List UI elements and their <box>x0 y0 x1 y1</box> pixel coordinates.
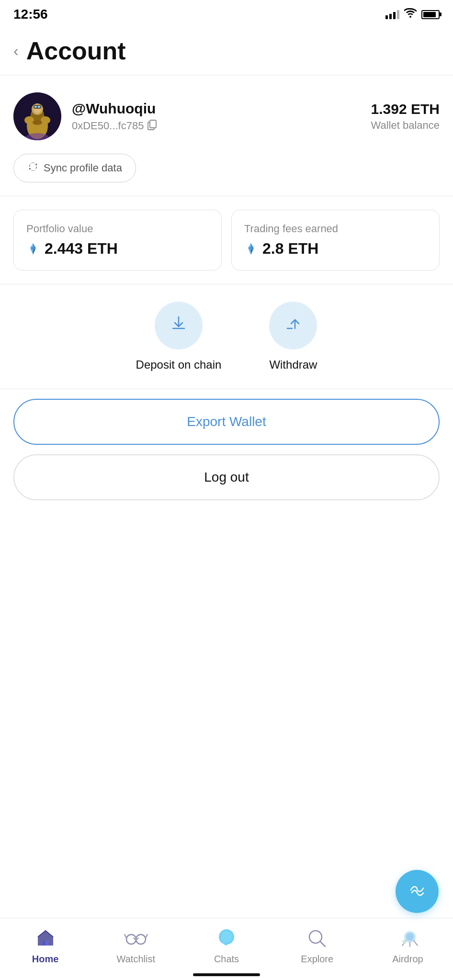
trading-fees-value: 2.8 ETH <box>262 240 318 258</box>
stats-section: Portfolio value 2.443 ETH Trading fees e… <box>0 196 453 284</box>
deposit-icon <box>169 314 188 338</box>
home-icon <box>33 926 58 951</box>
svg-rect-13 <box>150 120 156 128</box>
svg-rect-6 <box>34 106 37 108</box>
nav-label-watchlist: Watchlist <box>117 954 155 965</box>
svg-point-9 <box>41 116 50 124</box>
status-icons <box>385 8 440 21</box>
sync-profile-button[interactable]: Sync profile data <box>13 154 136 182</box>
withdraw-action[interactable]: Withdraw <box>269 302 317 372</box>
profile-info: @Wuhuoqiu 0xDE50...fc785 <box>72 101 158 133</box>
copy-icon[interactable] <box>147 120 158 133</box>
profile-row: @Wuhuoqiu 0xDE50...fc785 1.392 ETH Walle… <box>13 92 440 140</box>
deposit-circle <box>155 302 203 349</box>
svg-point-30 <box>406 933 414 941</box>
wallet-address-row: 0xDE50...fc785 <box>72 120 158 133</box>
nav-item-home[interactable]: Home <box>0 926 91 965</box>
nav-item-chats[interactable]: Chats <box>181 926 272 965</box>
nav-item-watchlist[interactable]: Watchlist <box>91 926 181 965</box>
wallet-address: 0xDE50...fc785 <box>72 120 144 132</box>
export-wallet-button[interactable]: Export Wallet <box>13 399 440 445</box>
nav-label-home: Home <box>32 954 59 965</box>
signal-icon <box>385 10 399 19</box>
portfolio-value-card: Portfolio value 2.443 ETH <box>13 210 222 270</box>
portfolio-value: 2.443 ETH <box>45 240 118 258</box>
back-button[interactable]: ‹ <box>13 43 19 58</box>
battery-icon <box>421 10 440 19</box>
withdraw-circle <box>269 302 317 349</box>
sync-label: Sync profile data <box>44 162 122 174</box>
logout-button[interactable]: Log out <box>13 454 440 500</box>
trading-fees-card: Trading fees earned 2.8 ETH <box>231 210 440 270</box>
portfolio-value-row: 2.443 ETH <box>26 240 209 258</box>
bottom-indicator <box>193 973 260 976</box>
withdraw-icon <box>283 314 303 338</box>
fab-logo-icon <box>405 879 429 903</box>
eth-diamond-icon <box>26 242 40 256</box>
actions-section: Deposit on chain Withdraw <box>0 284 453 389</box>
fab-button[interactable] <box>396 870 439 913</box>
username: @Wuhuoqiu <box>72 101 158 117</box>
wallet-balance-label: Wallet balance <box>371 119 440 132</box>
svg-point-22 <box>405 879 429 903</box>
nav-label-chats: Chats <box>214 954 239 965</box>
wallet-balance: 1.392 ETH Wallet balance <box>371 101 440 132</box>
chats-icon <box>214 926 239 951</box>
status-time: 12:56 <box>13 7 48 22</box>
svg-point-28 <box>309 931 322 943</box>
svg-rect-23 <box>43 941 48 946</box>
deposit-action[interactable]: Deposit on chain <box>136 302 222 372</box>
stats-row: Portfolio value 2.443 ETH Trading fees e… <box>13 210 440 270</box>
buttons-section: Export Wallet Log out <box>0 389 453 510</box>
nav-label-explore: Explore <box>301 954 333 965</box>
svg-point-10 <box>33 120 42 125</box>
header: ‹ Account <box>0 27 453 75</box>
wallet-balance-amount: 1.392 ETH <box>371 101 440 117</box>
deposit-label: Deposit on chain <box>136 358 222 372</box>
profile-section: @Wuhuoqiu 0xDE50...fc785 1.392 ETH Walle… <box>0 75 453 196</box>
airdrop-icon <box>395 926 420 951</box>
portfolio-label: Portfolio value <box>26 223 209 235</box>
nav-item-explore[interactable]: Explore <box>272 926 362 965</box>
wifi-icon <box>404 8 417 21</box>
svg-point-31 <box>402 939 406 944</box>
sync-icon <box>27 161 39 175</box>
svg-point-8 <box>24 116 34 124</box>
eth-diamond-icon-2 <box>244 242 258 256</box>
explore-icon <box>305 926 329 951</box>
svg-point-27 <box>221 931 232 943</box>
trading-fees-label: Trading fees earned <box>244 223 427 235</box>
status-bar: 12:56 <box>0 0 453 27</box>
svg-rect-7 <box>38 106 40 108</box>
trading-fees-value-row: 2.8 ETH <box>244 240 427 258</box>
nav-item-airdrop[interactable]: Airdrop <box>362 926 453 965</box>
profile-left: @Wuhuoqiu 0xDE50...fc785 <box>13 92 158 140</box>
withdraw-label: Withdraw <box>269 358 317 372</box>
nav-label-airdrop: Airdrop <box>392 954 423 965</box>
page-title: Account <box>26 36 126 65</box>
avatar <box>13 92 61 140</box>
bottom-nav: Home Watchlist Chats <box>0 918 453 980</box>
watchlist-icon <box>124 926 148 951</box>
